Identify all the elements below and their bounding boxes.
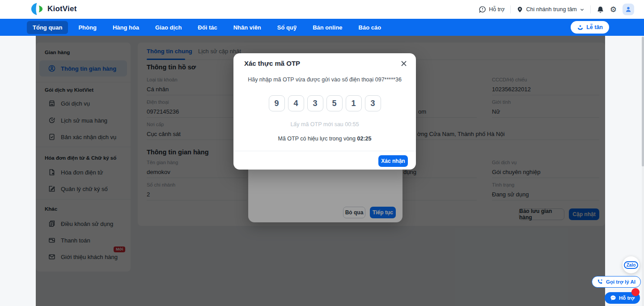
phone-plus-icon (597, 279, 603, 285)
notification-bell-button[interactable] (597, 6, 604, 13)
scrollbar-thumb[interactable] (642, 37, 644, 166)
chevron-down-icon (580, 7, 585, 12)
scrollbar-track[interactable] (642, 36, 644, 306)
settings-button[interactable]: ⚙ (610, 6, 617, 13)
otp-verification-modal: Xác thực mã OTP Hãy nhập mã OTP vừa được… (233, 53, 416, 170)
otp-modal-title: Xác thực mã OTP (244, 60, 300, 67)
otp-digit-input-1[interactable]: 9 (269, 95, 285, 111)
nav-item-tong-quan[interactable]: Tổng quan (27, 21, 68, 34)
kiotviet-app: KiotViet Hỗ trợ (0, 0, 644, 306)
reception-label: Lễ tân (586, 24, 603, 30)
help-label: Hỗ trợ (489, 6, 504, 13)
otp-digit-input-4[interactable]: 5 (326, 95, 343, 111)
otp-digit-input-3[interactable]: 3 (307, 95, 323, 111)
nav-item-doi-tac[interactable]: Đối tác (192, 21, 223, 34)
nav-item-ban-online[interactable]: Bán online (307, 21, 348, 34)
reception-hand-icon (577, 24, 584, 31)
nav-item-bao-cao[interactable]: Báo cáo (353, 21, 387, 34)
content-region: Gian hàng Thông tin gian hàng Gói dịch v… (36, 36, 605, 306)
otp-instruction: Hãy nhập mã OTP vừa được gửi vào số điện… (233, 76, 416, 83)
nav-item-hang-hoa[interactable]: Hàng hóa (107, 21, 145, 34)
otp-input-group: 9 4 3 5 1 3 (233, 95, 416, 111)
map-pin-icon (517, 6, 523, 13)
otp-digit-input-2[interactable]: 4 (288, 95, 304, 111)
otp-validity-prefix: Mã OTP có hiệu lực trong vòng (278, 136, 357, 142)
chat-bubble-icon (610, 295, 616, 301)
nav-item-phong[interactable]: Phòng (72, 21, 102, 34)
header-divider (590, 5, 591, 13)
ai-call-label: Gọi trợ lý AI (606, 279, 636, 285)
zalo-chat-button[interactable]: Zalo (623, 256, 640, 273)
reception-button[interactable]: Lễ tân (571, 21, 609, 34)
nav-item-nhan-vien[interactable]: Nhân viên (228, 21, 267, 34)
kiotviet-logo[interactable]: KiotViet (30, 2, 77, 16)
support-notification-dot (631, 288, 640, 296)
kiotviet-logo-icon (30, 2, 44, 16)
otp-validity-text: Mã OTP có hiệu lực trong vòng 02:25 (233, 136, 416, 142)
header-divider (510, 5, 511, 13)
otp-footer-divider (233, 151, 416, 151)
close-icon[interactable] (400, 60, 408, 68)
brand-name: KiotViet (47, 4, 77, 13)
ai-assistant-call-button[interactable]: Gọi trợ lý AI (592, 276, 641, 288)
top-header: KiotViet Hỗ trợ (0, 0, 644, 19)
nav-item-giao-dich[interactable]: Giao dịch (149, 21, 187, 34)
otp-digit-input-5[interactable]: 1 (346, 95, 362, 111)
gear-icon: ⚙ (610, 6, 617, 13)
person-icon (625, 6, 632, 13)
help-menu[interactable]: Hỗ trợ (479, 6, 504, 13)
support-label: Hỗ trợ (619, 295, 635, 301)
otp-digit-input-6[interactable]: 3 (365, 95, 381, 111)
user-avatar[interactable] (623, 4, 634, 15)
otp-resend-countdown: Lấy mã OTP mới sau 00:55 (233, 121, 416, 128)
branch-label: Chi nhánh trung tâm (526, 6, 576, 13)
main-nav: Tổng quan Phòng Hàng hóa Giao dịch Đối t… (0, 19, 644, 36)
zalo-logo-icon: Zalo (624, 261, 639, 269)
branch-selector[interactable]: Chi nhánh trung tâm (517, 6, 584, 13)
otp-validity-time: 02:25 (357, 136, 372, 142)
nav-item-so-quy[interactable]: Sổ quỹ (271, 21, 302, 34)
help-bubble-icon (479, 6, 486, 13)
bell-icon (597, 6, 604, 13)
otp-confirm-button[interactable]: Xác nhận (378, 155, 408, 167)
